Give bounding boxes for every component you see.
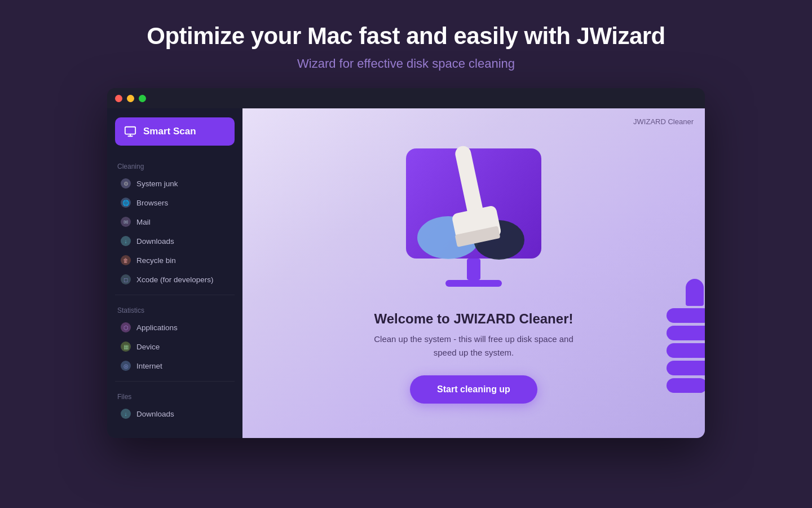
page-subtitle: Wizard for effective disk space cleaning	[0, 56, 812, 71]
mail-label: Mail	[136, 218, 151, 226]
start-cleaning-button[interactable]: Start cleaning up	[410, 375, 537, 404]
applications-label: Applications	[136, 323, 178, 332]
svg-rect-0	[125, 127, 135, 134]
globe-icon: 🌐	[121, 198, 131, 208]
sidebar-item-files-downloads[interactable]: ↓ Downloads	[111, 404, 239, 423]
sidebar-item-system-junk[interactable]: ⚙ System junk	[111, 174, 239, 193]
sidebar-item-mail[interactable]: ✉ Mail	[111, 212, 239, 231]
welcome-title: Welcome to JWIZARD Cleaner!	[374, 311, 573, 327]
window-body: Smart Scan Cleaning ⚙ System junk 🌐 Brow…	[107, 108, 705, 438]
mail-icon: ✉	[121, 217, 131, 227]
sidebar-item-browsers[interactable]: 🌐 Browsers	[111, 193, 239, 212]
recycle-bin-label: Recycle bin	[136, 256, 176, 265]
sidebar: Smart Scan Cleaning ⚙ System junk 🌐 Brow…	[107, 108, 242, 438]
page-header: Optimize your Mac fast and easily with J…	[0, 0, 812, 88]
apps-icon: ⬡	[121, 322, 131, 332]
maximize-button[interactable]	[139, 95, 146, 102]
traffic-lights	[115, 95, 146, 102]
device-label: Device	[136, 343, 160, 351]
sidebar-item-downloads[interactable]: ↓ Downloads	[111, 231, 239, 251]
monitor-illustration	[395, 143, 553, 297]
main-content: JWIZARD Cleaner	[242, 108, 705, 438]
files-download-icon: ↓	[121, 409, 131, 419]
xcode-icon: ◻	[121, 274, 131, 284]
sidebar-item-device[interactable]: ▦ Device	[111, 337, 239, 356]
section-label-files: Files	[107, 393, 242, 401]
thumbs-decoration	[667, 279, 705, 393]
page-title: Optimize your Mac fast and easily with J…	[0, 23, 812, 50]
window-titlebar	[107, 88, 705, 108]
smart-scan-button[interactable]: Smart Scan	[115, 117, 235, 146]
download-icon: ↓	[121, 236, 131, 246]
sidebar-item-applications[interactable]: ⬡ Applications	[111, 318, 239, 337]
divider-2	[115, 381, 235, 382]
app-window: Smart Scan Cleaning ⚙ System junk 🌐 Brow…	[107, 88, 705, 438]
sidebar-item-internet[interactable]: ◎ Internet	[111, 356, 239, 375]
device-icon: ▦	[121, 341, 131, 352]
monitor-icon	[124, 125, 136, 138]
minimize-button[interactable]	[127, 95, 134, 102]
internet-icon: ◎	[121, 361, 131, 371]
section-label-statistics: Statistics	[107, 306, 242, 314]
close-button[interactable]	[115, 95, 122, 102]
app-brand: JWIZARD Cleaner	[633, 117, 694, 126]
smart-scan-label: Smart Scan	[143, 126, 196, 137]
files-downloads-label: Downloads	[136, 410, 174, 418]
divider-1	[115, 295, 235, 295]
trash-icon: 🗑	[121, 255, 131, 265]
gear-icon: ⚙	[121, 178, 131, 189]
sidebar-item-xcode[interactable]: ◻ Xcode (for developers)	[111, 270, 239, 289]
svg-rect-5	[445, 280, 502, 287]
welcome-desc: Clean up the system - this will free up …	[367, 332, 581, 360]
internet-label: Internet	[136, 362, 162, 370]
system-junk-label: System junk	[136, 179, 178, 188]
sidebar-item-recycle-bin[interactable]: 🗑 Recycle bin	[111, 251, 239, 270]
svg-rect-4	[467, 259, 480, 280]
section-label-cleaning: Cleaning	[107, 163, 242, 170]
xcode-label: Xcode (for developers)	[136, 275, 214, 284]
downloads-label: Downloads	[136, 237, 174, 246]
browsers-label: Browsers	[136, 199, 168, 207]
